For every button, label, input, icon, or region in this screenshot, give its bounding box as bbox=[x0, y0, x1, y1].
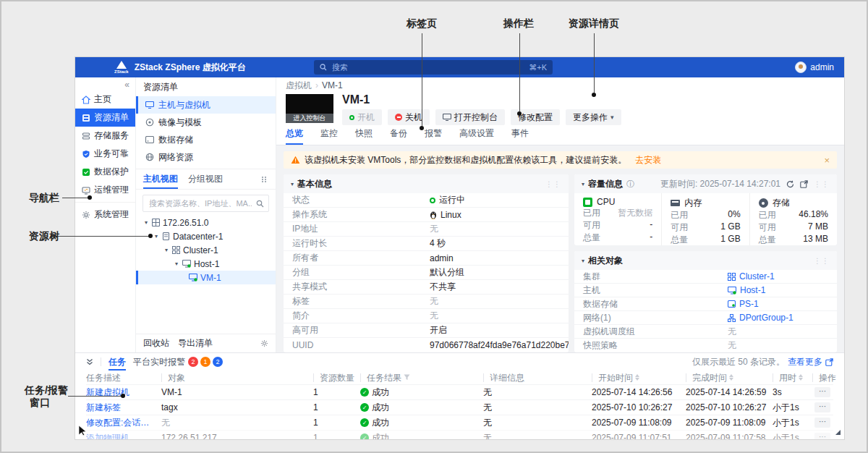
host-link[interactable]: Host-1 bbox=[728, 285, 765, 295]
open-console-button[interactable]: 打开控制台 bbox=[435, 109, 505, 125]
sidebar-item-home[interactable]: 主页 bbox=[75, 90, 135, 109]
panel-item-network[interactable]: 网络资源 bbox=[136, 148, 276, 166]
annotation-dot bbox=[517, 111, 522, 116]
section-collapse-icon[interactable]: ▾ bbox=[582, 258, 584, 264]
tree-node-vm[interactable]: VM-1 bbox=[136, 271, 276, 284]
sidebar-item-storage[interactable]: 存储服务 bbox=[75, 127, 135, 145]
enter-console-button[interactable]: 进入控制台 bbox=[286, 114, 333, 123]
tab-platform-alerts[interactable]: 平台实时报警 2 1 2 bbox=[133, 353, 223, 371]
section-collapse-icon[interactable]: ▾ bbox=[582, 181, 584, 187]
tab-tasks[interactable]: 任务 bbox=[109, 353, 126, 371]
install-vmtools-link[interactable]: 去安装 bbox=[635, 154, 661, 166]
open-in-new-icon[interactable] bbox=[825, 358, 833, 366]
gear-icon[interactable] bbox=[260, 339, 268, 347]
tab-events[interactable]: 事件 bbox=[511, 127, 529, 145]
open-in-new-icon[interactable] bbox=[800, 180, 808, 188]
tab-overview[interactable]: 总览 bbox=[286, 127, 303, 145]
tab-backup[interactable]: 备份 bbox=[390, 127, 407, 145]
task-count: 1 bbox=[313, 402, 360, 412]
resource-panel: 资源清单 主机与虚拟机 镜像与模板 数据存储 网络资源 bbox=[136, 77, 276, 352]
refresh-icon[interactable] bbox=[786, 180, 794, 188]
table-row[interactable]: 修改配置:会话超时时间 无 1 ✓成功 无 2025-07-09 11:08:0… bbox=[86, 415, 833, 430]
panel-item-images[interactable]: 镜像与模板 bbox=[136, 114, 276, 131]
sidebar-item-label: 资源清单 bbox=[94, 111, 129, 124]
collapse-panel-icon[interactable] bbox=[86, 358, 93, 365]
user-menu[interactable]: admin bbox=[795, 57, 834, 77]
drag-handle-icon[interactable]: ⋮⋮ bbox=[545, 180, 561, 188]
panel-item-datastore[interactable]: 数据存储 bbox=[136, 131, 276, 148]
status-running-icon bbox=[430, 198, 435, 203]
tab-monitor[interactable]: 监控 bbox=[320, 127, 338, 145]
related-label: 集群 bbox=[583, 271, 728, 283]
sort-icon[interactable] bbox=[729, 374, 733, 381]
more-actions-button[interactable]: 更多操作 ▾ bbox=[566, 109, 621, 125]
close-icon[interactable]: × bbox=[824, 155, 830, 166]
info-row: 操作系统 Linux bbox=[284, 208, 569, 222]
recycle-bin-link[interactable]: 回收站 bbox=[143, 337, 169, 350]
overview-cards: ▾ 基本信息 ⋮⋮ 状态 运行中 操作系统 bbox=[284, 174, 837, 352]
row-actions-button[interactable]: ··· bbox=[814, 433, 830, 439]
filter-icon[interactable] bbox=[404, 374, 410, 381]
sidebar-item-ops[interactable]: 运维管理 bbox=[75, 181, 135, 199]
tree-node-cluster[interactable]: ▾ Cluster-1 bbox=[136, 243, 276, 257]
tree-node-host[interactable]: ▾ Host-1 bbox=[136, 257, 276, 271]
drag-handle-icon[interactable]: ⋮⋮ bbox=[814, 180, 830, 188]
task-desc-link[interactable]: 添加物理机 bbox=[86, 432, 161, 440]
global-search[interactable]: ⌘+K bbox=[314, 60, 553, 75]
collapse-sidebar-icon[interactable]: « bbox=[124, 79, 129, 90]
table-row[interactable]: 添加物理机 172.26.51.217 1 ✓成功 无 2025-07-09 1… bbox=[86, 430, 833, 439]
view-more-link[interactable]: 查看更多 bbox=[788, 356, 822, 368]
resize-handle[interactable] bbox=[835, 430, 841, 435]
sidebar-item-resources[interactable]: 资源清单 bbox=[75, 109, 135, 127]
tab-alarm[interactable]: 报警 bbox=[425, 127, 442, 145]
section-collapse-icon[interactable]: ▾ bbox=[291, 181, 294, 187]
vcenter-icon bbox=[152, 219, 160, 226]
power-on-button[interactable]: 开机 bbox=[342, 109, 382, 125]
power-off-button[interactable]: 关机 bbox=[388, 109, 430, 125]
breadcrumb-parent[interactable]: 虚拟机 bbox=[286, 80, 312, 92]
tab-group-view[interactable]: 分组视图 bbox=[188, 169, 223, 189]
row-actions-button[interactable]: ··· bbox=[814, 387, 830, 397]
chevron-down-icon[interactable]: ▾ bbox=[174, 261, 179, 267]
task-end: 2025-07-14 14:26:59 bbox=[686, 387, 773, 397]
tree-node-datacenter[interactable]: ▾ Datacenter-1 bbox=[136, 229, 276, 243]
task-end: 2025-07-09 11:07:58 bbox=[686, 433, 773, 439]
cluster-link[interactable]: Cluster-1 bbox=[728, 271, 775, 281]
datastore-icon bbox=[728, 300, 736, 308]
tree-search-input[interactable] bbox=[148, 198, 253, 208]
task-start: 2025-07-09 11:08:09 bbox=[592, 418, 686, 428]
sidebar-item-protection[interactable]: 数据保护 bbox=[75, 163, 135, 181]
layout-options-icon[interactable] bbox=[261, 176, 268, 183]
sort-icon[interactable] bbox=[799, 374, 803, 381]
datastore-link[interactable]: PS-1 bbox=[728, 299, 759, 309]
sort-icon[interactable] bbox=[635, 374, 639, 381]
search-input[interactable] bbox=[331, 62, 525, 72]
console-thumbnail[interactable]: 进入控制台 bbox=[286, 94, 333, 123]
task-desc-link[interactable]: 新建标签 bbox=[86, 402, 161, 414]
tab-advanced[interactable]: 高级设置 bbox=[459, 127, 494, 145]
table-row[interactable]: 新建标签 tagx 1 ✓成功 无 2025-07-10 10:26:27 20… bbox=[86, 399, 833, 415]
section-title: 相关对象 bbox=[588, 255, 623, 267]
export-list-link[interactable]: 导出清单 bbox=[178, 337, 213, 350]
memory-icon bbox=[671, 200, 680, 206]
chevron-down-icon[interactable]: ▾ bbox=[143, 219, 149, 226]
tab-snapshot[interactable]: 快照 bbox=[355, 127, 373, 145]
drag-handle-icon[interactable]: ⋮⋮ bbox=[814, 257, 830, 265]
home-icon bbox=[82, 96, 90, 104]
sidebar-item-system[interactable]: 系统管理 bbox=[75, 206, 135, 224]
chevron-down-icon[interactable]: ▾ bbox=[163, 247, 169, 253]
tab-host-view[interactable]: 主机视图 bbox=[143, 169, 178, 189]
table-row[interactable]: 新建虚拟机 VM-1 1 ✓成功 无 2025-07-14 14:26:56 2… bbox=[86, 384, 833, 399]
row-actions-button[interactable]: ··· bbox=[814, 402, 830, 412]
row-actions-button[interactable]: ··· bbox=[814, 418, 830, 428]
panel-item-hosts-vms[interactable]: 主机与虚拟机 bbox=[136, 96, 276, 114]
task-desc-link[interactable]: 修改配置:会话超时时间 bbox=[86, 417, 161, 429]
sidebar-item-business[interactable]: 业务可靠 bbox=[75, 145, 135, 163]
search-icon bbox=[256, 200, 264, 208]
task-object: tagx bbox=[161, 402, 313, 412]
tree-node-vcenter[interactable]: ▾ 172.26.51.0 bbox=[136, 216, 276, 229]
tree-search[interactable] bbox=[142, 195, 269, 212]
network-link[interactable]: DPortGroup-1 bbox=[728, 313, 793, 323]
sidebar-item-label: 主页 bbox=[94, 93, 111, 106]
chevron-down-icon[interactable]: ▾ bbox=[153, 233, 159, 240]
